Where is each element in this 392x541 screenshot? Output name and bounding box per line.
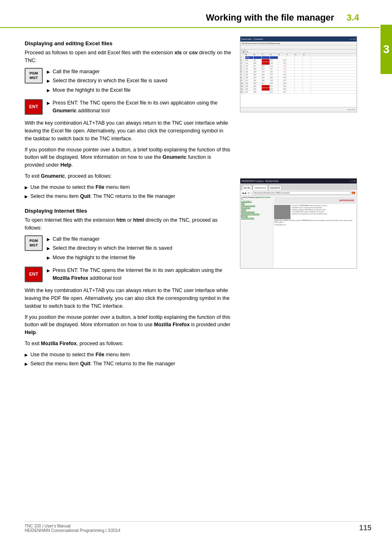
firefox-body-text-4: over 500,000 TNC controls worldwide, we … (292, 211, 327, 213)
sidebar-item-6[interactable]: Business Information (241, 211, 272, 213)
pgm-mgt-key-2: PGM MGT (25, 235, 43, 251)
arrow-icon-8: ▶ (47, 245, 50, 252)
footer-page-number: 115 (359, 524, 371, 533)
sidebar-item-5[interactable]: Contact (241, 209, 272, 211)
firefox-tab-2: Catalog Recent (253, 185, 268, 190)
excel-status-bar: Sum=0.00 (240, 107, 357, 112)
excel-screenshot-inner: Excel-Like — Gnumeric — □ ✕ File Edit Vi… (240, 37, 357, 112)
excel-formula-bar: A1 fx (240, 50, 357, 53)
excel-row: 12 2.0 3.5 2.2 6.0 (240, 88, 357, 91)
excel-row: 11 1.9 3.4 2.1 5.9 (240, 85, 357, 88)
arrow-icon-7: ▶ (47, 236, 50, 243)
arrow-icon-4: ▶ (47, 100, 50, 115)
address-bar[interactable]: http://www.heidenhain.de/en_EN/Documenta… (253, 191, 350, 195)
arrow-icon-9: ▶ (47, 255, 50, 262)
internet-ent-steps: ENT ▶ Press ENT: The TNC opens the Inter… (25, 267, 232, 284)
page-footer: TNC 320 | User's Manual HEIDENHAIN Conve… (25, 521, 371, 533)
sidebar-nav-label: ▼ Home | Catalog | Legal Notices | Conta… (241, 197, 272, 200)
gnumeric-exit-steps: ▶ Use the mouse to select the File menu … (25, 183, 232, 201)
heidenhain-logo: HEIDENHAIN (339, 199, 354, 202)
excel-pgm-steps: PGM MGT ▶ Call the file manager ▶ Select… (25, 68, 232, 96)
firefox-tab-1: New Tab (242, 185, 252, 190)
firefox-main-body: Focused on HEIDENHAIN products and parts… (274, 205, 356, 219)
chapter-number: 3 (383, 43, 390, 56)
home-icon: ⌂ (251, 192, 252, 194)
firefox-screenshot-inner: HEIDENHAIN Company - Mozilla Firefox — □… (240, 179, 357, 268)
excel-grid: 1 Head 2 1.0 (240, 56, 357, 112)
firefox-exit-steps: ▶ Use the mouse to select the File menu … (25, 351, 232, 368)
excel-column-headers: A B C D E F G H (240, 53, 357, 56)
heidenhain-logo-area: HEIDENHAIN (274, 197, 356, 204)
footer-publisher: HEIDENHAIN Conversational Programming | … (25, 528, 120, 533)
footer-manual-title: TNC 320 | User's Manual (25, 524, 120, 528)
firefox-image (274, 205, 291, 219)
excel-ent-content: ▶ Press ENT: The TNC opens the Excel fil… (47, 99, 232, 116)
ent-key-2: ENT (25, 267, 43, 282)
firefox-tabs: New Tab Catalog Recent Spare/Part-N (240, 183, 357, 190)
internet-step-3: ▶ Move the highlight to the Internet fil… (47, 254, 232, 262)
firefox-step-2: ▶ Select the menu item Quit: The TNC ret… (25, 360, 232, 368)
firefox-body-text-6: Together with our affiliates and busines… (274, 220, 356, 223)
sidebar-item-3[interactable]: Events and Download (241, 205, 272, 207)
excel-section-heading: Displaying and editing Excel files (25, 40, 232, 46)
sidebar-item-7[interactable]: Services and Documentation (241, 213, 272, 215)
firefox-sidebar: ▼ Home | Catalog | Legal Notices | Conta… (240, 196, 273, 268)
internet-para2: If you position the mouse pointer over a… (25, 313, 232, 337)
section-number: 3.4 (346, 12, 359, 23)
internet-step-2: ▶ Select the directory in which the Inte… (47, 244, 232, 252)
gnumeric-step-2: ▶ Select the menu item Quit: The TNC ret… (25, 193, 232, 200)
excel-row: 1 Head (240, 56, 357, 59)
search-button[interactable]: ▶ (352, 192, 355, 194)
internet-pgm-content: ▶ Call the file manager ▶ Select the dir… (47, 235, 232, 263)
internet-ent-content: ▶ Press ENT: The TNC opens the Internet … (47, 267, 232, 284)
excel-step-3: ▶ Move the highlight to the Excel file (47, 86, 232, 94)
arrow-icon-3: ▶ (47, 87, 50, 94)
excel-row: 7 1.5 3.0 3.4 1.7 5.5 (240, 74, 357, 77)
excel-row: 4 1.2 2.7 3.1 1.4 5.2 (240, 65, 357, 68)
reload-icon: ↻ (248, 192, 249, 194)
sidebar-item-8[interactable]: ▶ Contact (241, 215, 272, 217)
excel-row: 13 2.1 3.6 2.3 6.1 (240, 91, 357, 94)
firefox-exit-label: To exit Mozilla Firefox, proceed as foll… (25, 340, 232, 348)
sidebar-item-9[interactable]: How to find a Dealer (241, 217, 272, 219)
firefox-content: ▼ Home | Catalog | Legal Notices | Conta… (240, 196, 357, 268)
excel-intro: Proceed as follows to open and edit Exce… (25, 49, 232, 65)
internet-section-heading: Displaying Internet files (25, 208, 232, 214)
firefox-addressbar: ◀ ▶ ↻ ⌂ http://www.heidenhain.de/en_EN/D… (240, 190, 357, 196)
excel-step-2: ▶ Select the directory in which the Exce… (47, 77, 232, 85)
sidebar-item-2[interactable]: News (241, 203, 272, 204)
arrow-icon-10: ▶ (47, 267, 50, 282)
excel-screenshot: Excel-Like — Gnumeric — □ ✕ File Edit Vi… (240, 36, 357, 112)
excel-row: 9 1.7 3.2 3.6 1.9 5.7 (240, 79, 357, 82)
pgm-mgt-key: PGM MGT (25, 68, 43, 84)
excel-para1: With the key combination ALT+TAB you can… (25, 119, 232, 142)
arrow-icon-12: ▶ (25, 361, 28, 368)
gnumeric-step-1: ▶ Use the mouse to select the File menu … (25, 183, 232, 191)
content-area: Displaying and editing Excel files Proce… (0, 28, 380, 378)
page-header: Working with the file manager 3.4 (0, 0, 380, 28)
firefox-titlebar: HEIDENHAIN Company - Mozilla Firefox — □… (240, 179, 357, 183)
excel-menubar: File Edit View Insert Format Tools Data … (240, 42, 357, 46)
excel-row: 2 1.0 2.5 1.2 5.0 (240, 59, 357, 62)
arrow-icon-11: ▶ (25, 352, 28, 359)
excel-para2: If you position the mouse pointer over a… (25, 146, 232, 169)
internet-intro: To open Internet files with the extensio… (25, 216, 232, 232)
firefox-body-text-3: measurement tools. With 40 years of expe… (292, 209, 327, 211)
sidebar-item-1[interactable]: HEIDENHAIN-D (241, 201, 272, 202)
footer-left: TNC 320 | User's Manual HEIDENHAIN Conve… (25, 524, 120, 533)
excel-row: 6 1.4 2.9 3.3 1.6 5.4 (240, 71, 357, 74)
arrow-icon-1: ▶ (47, 69, 50, 76)
excel-titlebar: Excel-Like — Gnumeric — □ ✕ (240, 37, 357, 42)
excel-toolbar (240, 46, 357, 50)
right-column: Excel-Like — Gnumeric — □ ✕ File Edit Vi… (240, 36, 359, 370)
firefox-tab-3: Spare/Part-N (268, 185, 282, 190)
excel-row: 3 1.1 2.6 1.3 5.1 (240, 62, 357, 65)
excel-row: 10 1.8 3.3 3.7 2.0 5.8 (240, 82, 357, 85)
sidebar-item-4[interactable]: How to Reach (241, 207, 272, 209)
gnumeric-exit-label: To exit Gnumeric, proceed as follows: (25, 172, 232, 180)
excel-pgm-steps-content: ▶ Call the file manager ▶ Select the dir… (47, 68, 232, 96)
firefox-step-1: ▶ Use the mouse to select the File menu … (25, 351, 232, 359)
internet-para1: With the key combination ALT+TAB you can… (25, 287, 232, 310)
ent-key: ENT (25, 99, 43, 115)
firefox-text-block: Focused on HEIDENHAIN products and parts… (292, 205, 327, 219)
